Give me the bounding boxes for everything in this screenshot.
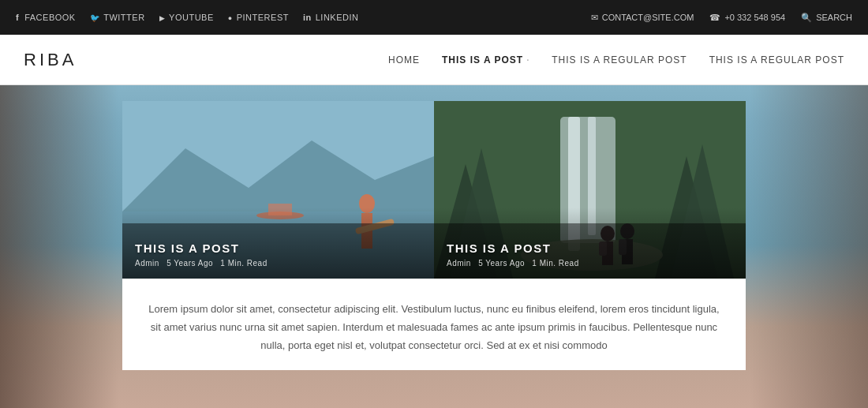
- post-card-1-overlay: THIS IS A POST Admin 5 Years Ago 1 Min. …: [122, 230, 434, 279]
- twitter-icon: [90, 13, 100, 22]
- phone-icon: [709, 13, 720, 23]
- posts-row: THIS IS A POST Admin 5 Years Ago 1 Min. …: [122, 101, 746, 279]
- svg-point-3: [256, 211, 304, 219]
- mail-icon: [591, 13, 598, 23]
- post-card-2[interactable]: THIS IS A POST Admin 5 Years Ago 1 Min. …: [434, 101, 746, 279]
- body-text: Lorem ipsum dolor sit amet, consectetur …: [146, 301, 722, 354]
- main-content: THIS IS A POST Admin 5 Years Ago 1 Min. …: [0, 85, 868, 370]
- post-card-1-read: 1 Min. Read: [220, 259, 267, 268]
- header: RIBA HOME THIS IS A POST · THIS IS A REG…: [0, 35, 868, 85]
- twitter-link[interactable]: TWITTER: [90, 13, 145, 22]
- youtube-icon: [159, 13, 166, 22]
- linkedin-icon: [303, 13, 312, 22]
- phone-number: +0 332 548 954: [709, 13, 785, 23]
- nav-home[interactable]: HOME: [388, 54, 420, 66]
- post-card-1-author: Admin: [135, 259, 159, 268]
- youtube-link[interactable]: YOUTUBE: [159, 13, 214, 22]
- nav-regular-post-2[interactable]: THIS IS A REGULAR POST: [709, 54, 844, 66]
- topbar: FACEBOOK TWITTER YOUTUBE PINTEREST LINKE…: [0, 0, 868, 35]
- search-button[interactable]: SEARCH: [801, 13, 852, 23]
- svg-point-5: [359, 194, 375, 213]
- post-card-1[interactable]: THIS IS A POST Admin 5 Years Ago 1 Min. …: [122, 101, 434, 279]
- text-section: Lorem ipsum dolor sit amet, consectetur …: [122, 279, 746, 370]
- pinterest-link[interactable]: PINTEREST: [228, 13, 289, 22]
- linkedin-label: LINKEDIN: [316, 13, 359, 22]
- twitter-label: TWITTER: [103, 13, 144, 22]
- social-links: FACEBOOK TWITTER YOUTUBE PINTEREST LINKE…: [16, 13, 358, 22]
- post-card-2-author: Admin: [447, 259, 471, 268]
- post-card-2-overlay: THIS IS A POST Admin 5 Years Ago 1 Min. …: [434, 230, 746, 279]
- main-nav: HOME THIS IS A POST · THIS IS A REGULAR …: [388, 54, 844, 66]
- svg-rect-16: [588, 117, 596, 235]
- site-logo[interactable]: RIBA: [24, 50, 77, 70]
- facebook-label: FACEBOOK: [24, 13, 76, 22]
- pinterest-label: PINTEREST: [237, 13, 289, 22]
- topbar-right: CONTACT@SITE.COM +0 332 548 954 SEARCH: [591, 13, 852, 23]
- post-card-2-time: 5 Years Ago: [478, 259, 525, 268]
- post-card-1-meta: Admin 5 Years Ago 1 Min. Read: [135, 259, 421, 268]
- post-card-2-read: 1 Min. Read: [532, 259, 578, 268]
- post-card-2-meta: Admin 5 Years Ago 1 Min. Read: [447, 259, 733, 268]
- nav-dot: ·: [526, 56, 529, 65]
- linkedin-link[interactable]: LINKEDIN: [303, 13, 359, 22]
- facebook-icon: [16, 13, 21, 22]
- search-icon: [801, 13, 812, 23]
- post-card-1-title: THIS IS A POST: [135, 241, 421, 255]
- pinterest-icon: [228, 13, 233, 22]
- contact-email: CONTACT@SITE.COM: [591, 13, 694, 23]
- nav-regular-post-1[interactable]: THIS IS A REGULAR POST: [552, 54, 687, 66]
- youtube-label: YOUTUBE: [169, 13, 214, 22]
- post-card-1-time: 5 Years Ago: [166, 259, 213, 268]
- nav-this-is-a-post[interactable]: THIS IS A POST ·: [442, 54, 529, 66]
- post-card-2-title: THIS IS A POST: [447, 241, 733, 255]
- facebook-link[interactable]: FACEBOOK: [16, 13, 76, 22]
- svg-rect-4: [268, 204, 292, 215]
